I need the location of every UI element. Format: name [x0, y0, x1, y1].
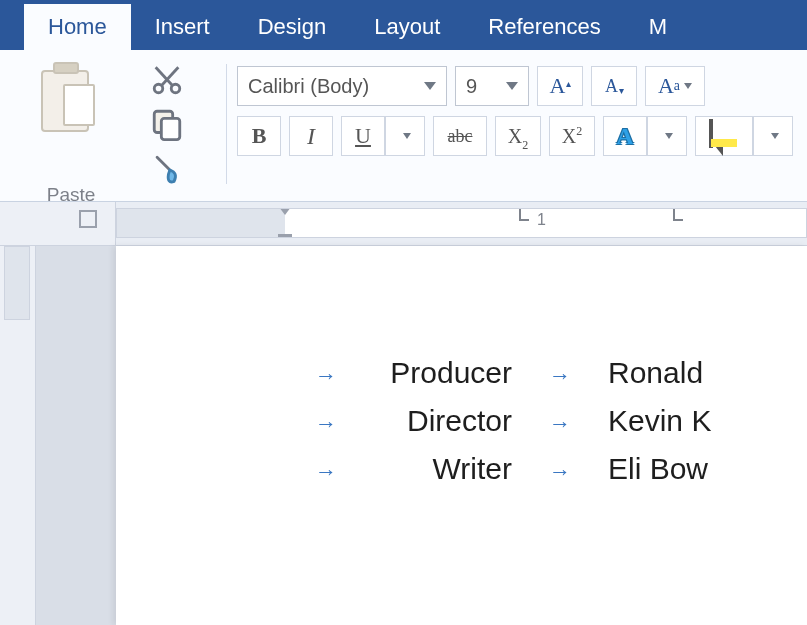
superscript-icon: X [562, 125, 582, 148]
format-painter-button[interactable] [144, 152, 190, 192]
page[interactable]: → Producer → Ronald → Director → Kevin K… [116, 246, 807, 625]
tab-stop-marker[interactable] [673, 209, 685, 221]
tab-char-icon: → [549, 459, 571, 485]
group-separator [226, 64, 227, 184]
superscript-button[interactable]: X [549, 116, 595, 156]
role-text: Writer [356, 452, 512, 486]
role-text: Producer [356, 356, 512, 390]
font-name-value: Calibri (Body) [248, 75, 369, 98]
text-effects-menu[interactable] [647, 116, 687, 156]
role-text: Director [356, 404, 512, 438]
name-text: Kevin K [608, 404, 807, 438]
ribbon-tabs: Home Insert Design Layout References M [0, 0, 807, 50]
subscript-button[interactable]: X [495, 116, 541, 156]
document-area: → Producer → Ronald → Director → Kevin K… [0, 246, 807, 625]
cut-button[interactable] [144, 62, 190, 102]
paste-icon [41, 60, 101, 134]
chevron-down-icon [665, 133, 673, 139]
tab-layout[interactable]: Layout [350, 4, 464, 50]
ruler-corner[interactable] [0, 202, 116, 245]
chevron-down-icon [684, 83, 692, 89]
document-line[interactable]: → Producer → Ronald [296, 356, 807, 404]
text-effects-icon: A [616, 123, 633, 150]
shrink-font-icon: A [605, 76, 623, 97]
document-content[interactable]: → Producer → Ronald → Director → Kevin K… [116, 356, 807, 500]
chevron-down-icon [424, 82, 436, 90]
ribbon: Paste [0, 50, 807, 202]
indent-marker[interactable] [275, 209, 295, 238]
name-text: Eli Bow [608, 452, 807, 486]
highlighter-icon [709, 121, 739, 151]
underline-icon: U [355, 123, 371, 149]
document-line[interactable]: → Director → Kevin K [296, 404, 807, 452]
highlight-menu[interactable] [753, 116, 793, 156]
name-text: Ronald [608, 356, 807, 390]
tab-stop-marker[interactable] [519, 209, 531, 221]
copy-button[interactable] [144, 106, 190, 146]
change-case-button[interactable]: Aa [645, 66, 705, 106]
tab-design[interactable]: Design [234, 4, 350, 50]
italic-button[interactable]: I [289, 116, 333, 156]
tab-insert[interactable]: Insert [131, 4, 234, 50]
font-size-combo[interactable]: 9 [455, 66, 529, 106]
tab-more[interactable]: M [625, 4, 691, 50]
shrink-font-button[interactable]: A [591, 66, 637, 106]
highlight-button[interactable] [695, 116, 753, 156]
tab-char-icon: → [315, 411, 337, 437]
copy-icon [150, 107, 184, 145]
vertical-ruler[interactable] [0, 246, 36, 625]
svg-rect-3 [161, 118, 179, 139]
page-gutter [36, 246, 116, 625]
tab-references[interactable]: References [464, 4, 625, 50]
grow-font-icon: A [550, 73, 571, 99]
strikethrough-button[interactable]: abc [433, 116, 487, 156]
tab-char-icon: → [549, 411, 571, 437]
group-font: Calibri (Body) 9 A A Aa B I [237, 60, 793, 201]
paste-button[interactable]: Paste [26, 60, 116, 206]
group-clipboard: Paste [16, 60, 216, 201]
tab-home[interactable]: Home [24, 4, 131, 50]
font-name-combo[interactable]: Calibri (Body) [237, 66, 447, 106]
strikethrough-icon: abc [448, 126, 473, 147]
horizontal-ruler[interactable]: 1 [116, 208, 807, 238]
change-case-icon: A [658, 73, 674, 99]
document-line[interactable]: → Writer → Eli Bow [296, 452, 807, 500]
chevron-down-icon [506, 82, 518, 90]
underline-button[interactable]: U [341, 116, 385, 156]
underline-menu[interactable] [385, 116, 425, 156]
tab-char-icon: → [549, 363, 571, 389]
chevron-down-icon [771, 133, 779, 139]
italic-icon: I [307, 123, 315, 150]
bold-button[interactable]: B [237, 116, 281, 156]
paintbrush-icon [150, 153, 184, 191]
ruler: 1 [0, 202, 807, 246]
tab-char-icon: → [315, 459, 337, 485]
bold-icon: B [252, 123, 267, 149]
font-size-value: 9 [466, 75, 477, 98]
scissors-icon [150, 63, 184, 101]
chevron-down-icon [403, 133, 411, 139]
grow-font-button[interactable]: A [537, 66, 583, 106]
subscript-icon: X [508, 125, 528, 148]
text-effects-button[interactable]: A [603, 116, 647, 156]
tab-char-icon: → [315, 363, 337, 389]
ruler-number: 1 [537, 211, 546, 229]
